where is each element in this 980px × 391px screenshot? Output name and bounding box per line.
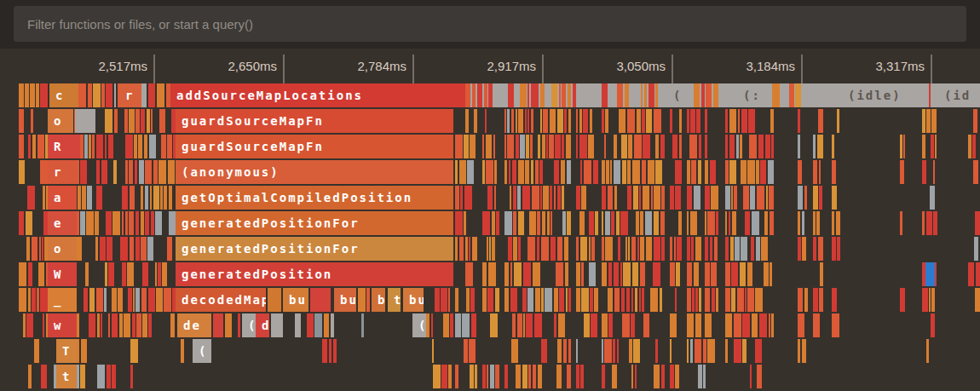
frame-segment[interactable]: [75, 109, 95, 133]
stripe-frame[interactable]: [757, 365, 762, 388]
stripe-frame[interactable]: [612, 365, 617, 388]
stripe-frame[interactable]: [691, 237, 694, 261]
stripe-frame[interactable]: [504, 262, 509, 286]
stripe-frame[interactable]: [605, 237, 613, 261]
stripe-frame[interactable]: [567, 365, 571, 388]
stripe-frame[interactable]: [698, 365, 702, 388]
stripe-frame[interactable]: [755, 339, 762, 363]
stripe-frame[interactable]: [732, 211, 736, 235]
stripe-frame[interactable]: [602, 237, 604, 261]
stripe-frame[interactable]: [837, 237, 840, 261]
stripe-frame[interactable]: [537, 237, 539, 261]
stripe-frame[interactable]: [613, 339, 615, 363]
stripe-frame[interactable]: [535, 288, 540, 312]
stripe-frame[interactable]: [149, 135, 156, 158]
stripe-frame[interactable]: [747, 160, 755, 184]
stripe-frame[interactable]: [832, 135, 834, 158]
stripe-frame[interactable]: [620, 262, 622, 286]
stripe-frame[interactable]: [554, 288, 558, 312]
stripe-frame[interactable]: [595, 211, 598, 235]
stripe-frame[interactable]: [568, 288, 571, 312]
stripe-frame[interactable]: [118, 288, 123, 312]
stripe-frame[interactable]: [602, 339, 603, 363]
stripe-frame[interactable]: [167, 135, 172, 158]
stripe-frame[interactable]: [711, 186, 718, 210]
frame-block[interactable]: a: [48, 186, 77, 210]
stripe-frame[interactable]: [148, 288, 155, 312]
stripe-frame[interactable]: [147, 237, 153, 261]
stripe-frame[interactable]: [162, 262, 167, 286]
stripe-frame[interactable]: [813, 313, 820, 337]
stripe-frame[interactable]: [128, 288, 132, 312]
stripe-frame[interactable]: [687, 160, 690, 184]
stripe-frame[interactable]: [455, 160, 458, 184]
stripe-frame[interactable]: [581, 288, 589, 312]
stripe-frame[interactable]: [631, 237, 636, 261]
stripe-frame[interactable]: [752, 313, 758, 337]
stripe-frame[interactable]: [513, 211, 516, 235]
stripe-frame[interactable]: [487, 288, 493, 312]
stripe-frame[interactable]: [329, 339, 331, 363]
stripe-frame[interactable]: [591, 237, 595, 261]
stripe-frame[interactable]: [740, 135, 742, 158]
stripe-frame[interactable]: [749, 135, 757, 158]
stripe-frame[interactable]: [566, 288, 568, 312]
stripe-frame[interactable]: [125, 211, 128, 235]
stripe-frame[interactable]: [122, 262, 126, 286]
stripe-frame[interactable]: [608, 313, 613, 337]
stripe-frame[interactable]: [933, 211, 937, 235]
stripe-frame[interactable]: [699, 288, 701, 312]
stripe-frame[interactable]: [26, 313, 33, 337]
stripe-frame[interactable]: [614, 186, 617, 210]
stripe-frame[interactable]: [488, 262, 496, 286]
stripe-frame[interactable]: [135, 109, 140, 133]
stripe-frame[interactable]: [622, 160, 626, 184]
stripe-frame[interactable]: [621, 135, 627, 158]
stripe-frame[interactable]: [631, 288, 633, 312]
stripe-frame[interactable]: [832, 211, 834, 235]
stripe-frame[interactable]: [760, 160, 766, 184]
stripe-frame[interactable]: [900, 160, 904, 184]
stripe-frame[interactable]: [432, 339, 434, 363]
stripe-frame[interactable]: [470, 288, 475, 312]
stripe-frame[interactable]: [23, 313, 26, 337]
stripe-frame[interactable]: [670, 237, 672, 261]
stripe-frame[interactable]: [531, 83, 539, 107]
stripe-frame[interactable]: [539, 160, 543, 184]
stripe-frame[interactable]: [141, 83, 147, 107]
stripe-frame[interactable]: [19, 211, 24, 235]
stripe-frame[interactable]: [82, 186, 86, 210]
stripe-frame[interactable]: [148, 83, 155, 107]
stripe-frame[interactable]: [538, 365, 542, 388]
stripe-frame[interactable]: [133, 288, 135, 312]
stripe-frame[interactable]: [579, 211, 585, 235]
stripe-frame[interactable]: [568, 109, 571, 133]
stripe-frame[interactable]: [112, 313, 118, 337]
stripe-frame[interactable]: [900, 288, 905, 312]
stripe-frame[interactable]: [655, 135, 659, 158]
stripe-frame[interactable]: [710, 237, 712, 261]
stripe-frame[interactable]: [741, 109, 747, 133]
stripe-frame[interactable]: [486, 135, 492, 158]
stripe-frame[interactable]: [645, 211, 652, 235]
stripe-frame[interactable]: [139, 160, 144, 184]
stripe-frame[interactable]: [482, 262, 487, 286]
stripe-frame[interactable]: [632, 160, 640, 184]
stripe-frame[interactable]: [804, 186, 807, 210]
stripe-frame[interactable]: [19, 135, 24, 158]
stripe-frame[interactable]: [789, 83, 794, 107]
stripe-frame[interactable]: [161, 135, 166, 158]
stripe-frame[interactable]: [628, 237, 630, 261]
stripe-frame[interactable]: [580, 160, 582, 184]
stripe-frame[interactable]: [711, 262, 717, 286]
stripe-frame[interactable]: [725, 109, 728, 133]
stripe-frame[interactable]: [556, 262, 563, 286]
stripe-frame[interactable]: [602, 83, 608, 107]
stripe-frame[interactable]: [93, 83, 101, 107]
stripe-frame[interactable]: [551, 237, 556, 261]
frame-segment[interactable]: [268, 288, 281, 312]
stripe-frame[interactable]: [562, 135, 564, 158]
frame-block[interactable]: bu: [403, 288, 424, 312]
stripe-frame[interactable]: [706, 83, 712, 107]
stripe-frame[interactable]: [122, 211, 124, 235]
